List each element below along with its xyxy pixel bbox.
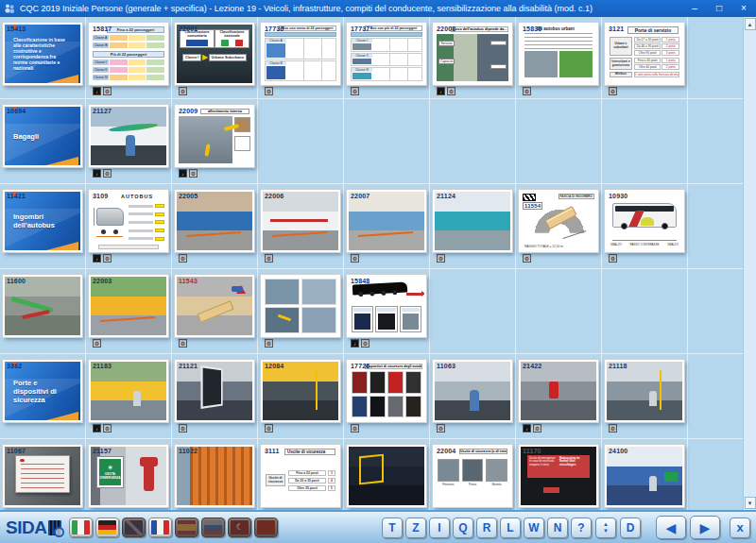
language-flag-spain[interactable]: [175, 518, 198, 537]
slide-thumbnail[interactable]: Classificazione comunitariaClassificazio…: [175, 23, 254, 85]
slide-thumbnail[interactable]: 12084: [261, 360, 340, 422]
window-close-button[interactable]: ×: [731, 0, 756, 17]
slide-options-button[interactable]: ⚙: [265, 339, 273, 348]
slide-options-button[interactable]: ⚙: [609, 87, 617, 95]
toolbar-button-q[interactable]: Q: [453, 518, 473, 538]
toolbar-button-i[interactable]: I: [429, 518, 450, 538]
slide-audio-button[interactable]: ♪: [351, 339, 359, 348]
slide-thumbnail[interactable]: Classificazione in base alle caratterist…: [3, 23, 82, 85]
slide-thumbnail[interactable]: 15848: [347, 275, 426, 337]
slide-audio-button[interactable]: ♪: [93, 87, 101, 95]
slide-audio-button[interactable]: ♪: [93, 424, 101, 433]
slide-thumbnail[interactable]: 22003: [89, 275, 168, 337]
scroll-down-button[interactable]: ▼: [745, 497, 756, 509]
slide-options-button[interactable]: ⚙: [609, 424, 617, 433]
slide-thumbnail[interactable]: 24100: [605, 445, 684, 507]
slide-audio-button[interactable]: ♪: [179, 169, 187, 178]
language-flag-turkey[interactable]: [228, 518, 251, 537]
slide-thumbnail[interactable]: 11543: [175, 275, 254, 337]
language-flag-china[interactable]: [254, 518, 278, 537]
slide-options-button[interactable]: ⚙: [437, 254, 445, 263]
language-flag-russia[interactable]: [201, 518, 225, 537]
slide-audio-button[interactable]: ♪: [93, 254, 101, 263]
slide-thumbnail[interactable]: 21183: [89, 360, 168, 422]
slide-thumbnail[interactable]: Bus con più di 22 passeggeriClasse IClas…: [347, 23, 426, 85]
slide-thumbnail[interactable]: 21118: [605, 360, 684, 422]
toolbar-button-help[interactable]: ?: [571, 518, 592, 538]
slide-thumbnail[interactable]: Ingombri dell'autobus11421: [3, 190, 82, 252]
slide-options-button[interactable]: ⚙: [351, 254, 359, 263]
scrollbar[interactable]: ▲ ▼: [743, 17, 756, 510]
slide-thumbnail[interactable]: 11600: [3, 275, 82, 337]
slide-thumbnail[interactable]: 22007: [347, 190, 426, 252]
toolbar-button-l[interactable]: L: [500, 518, 521, 538]
slide-options-button[interactable]: ⚙: [351, 424, 359, 433]
toolbar-button-r[interactable]: R: [476, 518, 497, 538]
slide-updown-button[interactable]: ▲ ▼: [595, 518, 616, 538]
toolbar-button-z[interactable]: Z: [405, 518, 426, 538]
slide-audio-button[interactable]: ♪: [523, 424, 531, 433]
language-flag-uk[interactable]: [122, 518, 146, 537]
slide-thumbnail[interactable]: Porte di servizioUrbani e suburbaniDa 17…: [605, 23, 684, 85]
slide-options-button[interactable]: ⚙: [523, 87, 531, 95]
slide-options-button[interactable]: ⚙: [179, 339, 187, 348]
slide-thumbnail[interactable]: SBALZOPASSO O INTERASSESBALZO10930: [605, 190, 684, 252]
slide-options-button[interactable]: ⚙: [447, 87, 455, 95]
slide-options-button[interactable]: ⚙: [523, 254, 531, 263]
slide-options-button[interactable]: ⚙: [179, 87, 187, 95]
slide-thumbnail[interactable]: L'uso dell'autobus dipende da...Servizio…: [433, 23, 512, 85]
slide-thumbnail[interactable]: dispositivi di sicurezza degli autobus17…: [347, 360, 426, 422]
slide-options-button[interactable]: ⚙: [179, 424, 187, 433]
slide-thumbnail[interactable]: Porte e dispositivi di sicurezza3362: [3, 360, 82, 422]
slide-thumbnail[interactable]: 11067: [3, 445, 82, 507]
slide-audio-button[interactable]: ♪: [93, 169, 101, 178]
slide-options-button[interactable]: ⚙: [361, 339, 369, 348]
slide-thumbnail[interactable]: Uscita di emergenza in caso di necessità…: [519, 445, 598, 507]
next-slide-button[interactable]: ▶: [690, 516, 720, 539]
slide-thumbnail[interactable]: Bus con meno di 22 passeggeriClasse ACla…: [261, 23, 340, 85]
slide-options-button[interactable]: ⚙: [103, 169, 112, 178]
slide-options-button[interactable]: ⚙: [437, 424, 445, 433]
slide-options-button[interactable]: ⚙: [533, 424, 541, 433]
slide-thumbnail[interactable]: 21127: [89, 105, 168, 167]
slide-thumbnail[interactable]: 22005: [175, 190, 254, 252]
toolbar-button-t[interactable]: T: [382, 518, 403, 538]
slide-thumbnail[interactable]: Bagagli10694: [3, 105, 82, 167]
scroll-up-button[interactable]: ▲: [745, 18, 756, 30]
slide-thumbnail[interactable]: 11022: [175, 445, 254, 507]
slide-thumbnail[interactable]: 22006: [261, 190, 340, 252]
slide-thumbnail[interactable]: Uscite di sicurezzaUscite di sicurezzaFi…: [261, 445, 340, 507]
slide-thumbnail[interactable]: [261, 275, 340, 337]
minimize-button[interactable]: –: [682, 0, 707, 17]
slide-thumbnail[interactable]: allestimento interno22009: [175, 105, 254, 167]
slide-thumbnail[interactable]: ✶USCITA D'EMERGENZA21157: [89, 445, 168, 507]
slide-audio-button[interactable]: ♪: [437, 87, 445, 95]
language-flag-germany[interactable]: [95, 518, 119, 537]
slide-options-button[interactable]: ⚙: [609, 254, 617, 263]
slide-thumbnail[interactable]: 11063: [433, 360, 512, 422]
toolbar-close-button[interactable]: x: [730, 518, 750, 538]
maximize-button[interactable]: □: [707, 0, 731, 17]
toolbar-button-w[interactable]: W: [524, 518, 544, 538]
slide-thumbnail[interactable]: 21422: [519, 360, 598, 422]
slide-thumbnail[interactable]: Gli autobus urbani15836: [519, 23, 598, 85]
slide-thumbnail[interactable]: 21124: [433, 190, 512, 252]
slide-thumbnail[interactable]: AUTOBUS3109: [89, 190, 168, 252]
slide-options-button[interactable]: ⚙: [189, 169, 198, 178]
slide-options-button[interactable]: ⚙: [103, 254, 112, 263]
slide-options-button[interactable]: ⚙: [265, 424, 273, 433]
slide-options-button[interactable]: ⚙: [265, 87, 273, 95]
toolbar-button-d[interactable]: D: [620, 518, 641, 538]
previous-slide-button[interactable]: ◀: [656, 516, 686, 539]
slide-options-button[interactable]: ⚙: [103, 424, 112, 433]
language-flag-italy[interactable]: [69, 518, 93, 537]
slide-options-button[interactable]: ⚙: [103, 87, 112, 95]
slide-thumbnail[interactable]: [347, 445, 426, 507]
slide-options-button[interactable]: ⚙: [179, 254, 187, 263]
slide-thumbnail[interactable]: Fino a 22 passeggeriClasse AClasse BPiù …: [89, 23, 168, 85]
toolbar-button-n[interactable]: N: [547, 518, 568, 538]
slide-options-button[interactable]: ⚙: [93, 339, 101, 348]
slide-options-button[interactable]: ⚙: [351, 87, 359, 95]
slide-options-button[interactable]: ⚙: [265, 254, 273, 263]
slide-thumbnail[interactable]: FASCIA DI INGOMBRORAGGIO TOTALE = 12,50 …: [519, 190, 598, 252]
